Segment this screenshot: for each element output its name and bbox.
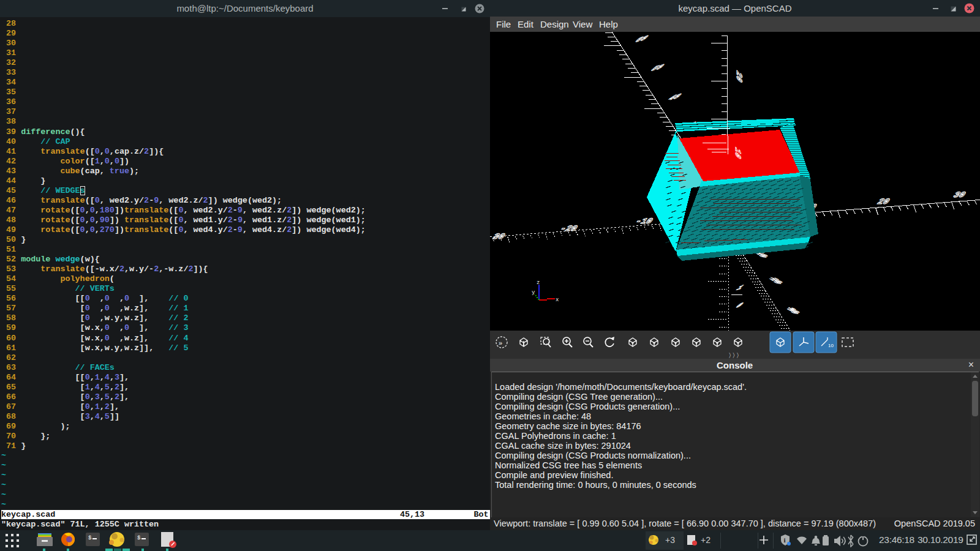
- svg-text:50: 50: [648, 62, 667, 73]
- svg-text:i: i: [784, 536, 786, 544]
- svg-text:40: 40: [665, 92, 684, 102]
- svg-text:20: 20: [734, 68, 743, 84]
- svg-text:+3: +3: [665, 535, 675, 545]
- svg-text:〉〉〉: 〉〉〉: [729, 351, 741, 358]
- svg-text:60: 60: [632, 34, 651, 44]
- svg-text:10: 10: [828, 343, 834, 348]
- svg-text:1: 1: [734, 283, 746, 292]
- svg-text:z: z: [537, 280, 540, 286]
- svg-text:30: 30: [951, 190, 968, 200]
- svg-text:$: $: [137, 535, 141, 541]
- svg-text:x: x: [556, 297, 559, 303]
- svg-text:20: 20: [875, 197, 892, 206]
- svg-text:0: 0: [733, 301, 745, 310]
- svg-text:y: y: [532, 290, 535, 296]
- svg-text:+2: +2: [701, 535, 710, 545]
- svg-text:$: $: [88, 535, 92, 541]
- svg-text:»: »: [499, 339, 502, 347]
- svg-text:30: 30: [490, 232, 507, 241]
